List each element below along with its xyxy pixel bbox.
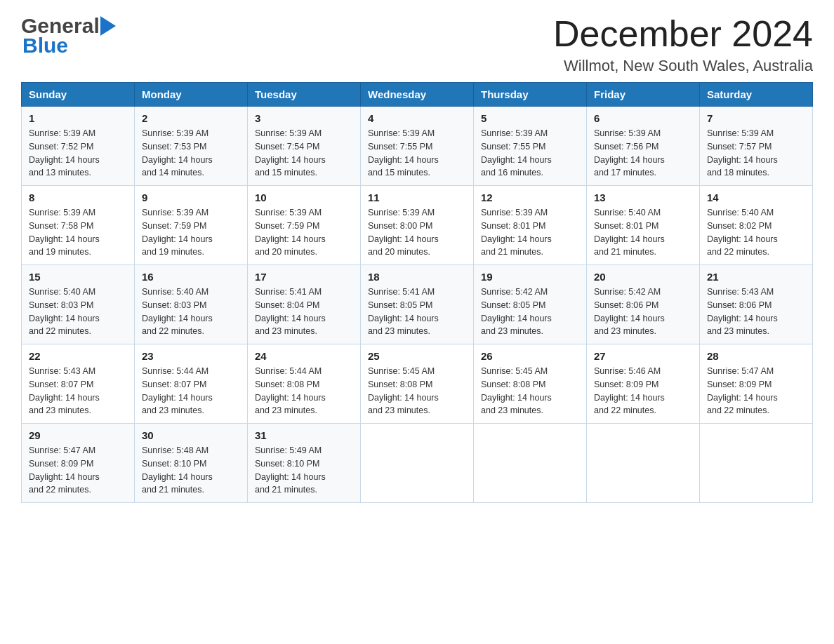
logo-blue: Blue bbox=[21, 34, 68, 58]
col-header-monday: Monday bbox=[135, 83, 248, 107]
day-info: Sunrise: 5:48 AMSunset: 8:10 PMDaylight:… bbox=[142, 445, 213, 495]
calendar-cell: 26 Sunrise: 5:45 AMSunset: 8:08 PMDaylig… bbox=[474, 344, 587, 424]
day-info: Sunrise: 5:40 AMSunset: 8:03 PMDaylight:… bbox=[29, 287, 100, 336]
calendar-cell: 11 Sunrise: 5:39 AMSunset: 8:00 PMDaylig… bbox=[361, 186, 474, 265]
day-info: Sunrise: 5:41 AMSunset: 8:04 PMDaylight:… bbox=[255, 287, 326, 336]
day-number: 6 bbox=[594, 112, 692, 124]
day-info: Sunrise: 5:43 AMSunset: 8:06 PMDaylight:… bbox=[707, 287, 778, 336]
day-info: Sunrise: 5:39 AMSunset: 7:59 PMDaylight:… bbox=[255, 208, 326, 257]
day-number: 18 bbox=[368, 271, 466, 283]
week-row-1: 1 Sunrise: 5:39 AMSunset: 7:52 PMDayligh… bbox=[22, 107, 813, 186]
calendar-cell: 31 Sunrise: 5:49 AMSunset: 8:10 PMDaylig… bbox=[248, 424, 361, 503]
col-header-wednesday: Wednesday bbox=[361, 83, 474, 107]
calendar-cell: 8 Sunrise: 5:39 AMSunset: 7:58 PMDayligh… bbox=[22, 186, 135, 265]
day-number: 2 bbox=[142, 112, 240, 124]
svg-marker-0 bbox=[100, 16, 116, 36]
calendar-cell: 27 Sunrise: 5:46 AMSunset: 8:09 PMDaylig… bbox=[587, 344, 700, 424]
day-info: Sunrise: 5:43 AMSunset: 8:07 PMDaylight:… bbox=[29, 366, 100, 415]
page-title: December 2024 bbox=[553, 14, 813, 54]
day-info: Sunrise: 5:39 AMSunset: 8:00 PMDaylight:… bbox=[368, 208, 439, 257]
calendar-cell bbox=[587, 424, 700, 503]
day-number: 20 bbox=[594, 271, 692, 283]
calendar-cell: 9 Sunrise: 5:39 AMSunset: 7:59 PMDayligh… bbox=[135, 186, 248, 265]
day-number: 25 bbox=[368, 350, 466, 362]
day-info: Sunrise: 5:39 AMSunset: 7:55 PMDaylight:… bbox=[481, 128, 552, 177]
day-info: Sunrise: 5:39 AMSunset: 7:54 PMDaylight:… bbox=[255, 128, 326, 177]
day-info: Sunrise: 5:39 AMSunset: 7:56 PMDaylight:… bbox=[594, 128, 665, 177]
day-info: Sunrise: 5:42 AMSunset: 8:06 PMDaylight:… bbox=[594, 287, 665, 336]
day-number: 16 bbox=[142, 271, 240, 283]
day-number: 23 bbox=[142, 350, 240, 362]
page-subtitle: Willmot, New South Wales, Australia bbox=[553, 57, 813, 75]
day-info: Sunrise: 5:42 AMSunset: 8:05 PMDaylight:… bbox=[481, 287, 552, 336]
day-number: 15 bbox=[29, 271, 127, 283]
day-info: Sunrise: 5:39 AMSunset: 7:59 PMDaylight:… bbox=[142, 208, 213, 257]
week-row-4: 22 Sunrise: 5:43 AMSunset: 8:07 PMDaylig… bbox=[22, 344, 813, 424]
day-number: 22 bbox=[29, 350, 127, 362]
day-number: 19 bbox=[481, 271, 579, 283]
logo-triangle-icon bbox=[100, 16, 116, 36]
day-info: Sunrise: 5:39 AMSunset: 7:52 PMDaylight:… bbox=[29, 128, 100, 177]
calendar-cell: 30 Sunrise: 5:48 AMSunset: 8:10 PMDaylig… bbox=[135, 424, 248, 503]
col-header-thursday: Thursday bbox=[474, 83, 587, 107]
day-number: 27 bbox=[594, 350, 692, 362]
day-number: 13 bbox=[594, 192, 692, 203]
day-number: 21 bbox=[707, 271, 805, 283]
calendar-cell: 24 Sunrise: 5:44 AMSunset: 8:08 PMDaylig… bbox=[248, 344, 361, 424]
calendar-cell: 23 Sunrise: 5:44 AMSunset: 8:07 PMDaylig… bbox=[135, 344, 248, 424]
day-info: Sunrise: 5:45 AMSunset: 8:08 PMDaylight:… bbox=[368, 366, 439, 415]
calendar-cell: 15 Sunrise: 5:40 AMSunset: 8:03 PMDaylig… bbox=[22, 265, 135, 344]
day-info: Sunrise: 5:39 AMSunset: 7:58 PMDaylight:… bbox=[29, 208, 100, 257]
day-info: Sunrise: 5:44 AMSunset: 8:07 PMDaylight:… bbox=[142, 366, 213, 415]
calendar-cell bbox=[700, 424, 813, 503]
week-row-3: 15 Sunrise: 5:40 AMSunset: 8:03 PMDaylig… bbox=[22, 265, 813, 344]
day-info: Sunrise: 5:47 AMSunset: 8:09 PMDaylight:… bbox=[707, 366, 778, 415]
day-info: Sunrise: 5:47 AMSunset: 8:09 PMDaylight:… bbox=[29, 445, 100, 495]
day-info: Sunrise: 5:40 AMSunset: 8:01 PMDaylight:… bbox=[594, 208, 665, 257]
day-info: Sunrise: 5:39 AMSunset: 7:57 PMDaylight:… bbox=[707, 128, 778, 177]
day-info: Sunrise: 5:46 AMSunset: 8:09 PMDaylight:… bbox=[594, 366, 665, 415]
calendar-cell bbox=[474, 424, 587, 503]
calendar-header-row: SundayMondayTuesdayWednesdayThursdayFrid… bbox=[22, 83, 813, 107]
day-info: Sunrise: 5:39 AMSunset: 7:55 PMDaylight:… bbox=[368, 128, 439, 177]
col-header-tuesday: Tuesday bbox=[248, 83, 361, 107]
day-number: 14 bbox=[707, 192, 805, 203]
day-number: 8 bbox=[29, 192, 127, 203]
day-number: 12 bbox=[481, 192, 579, 203]
calendar-cell: 25 Sunrise: 5:45 AMSunset: 8:08 PMDaylig… bbox=[361, 344, 474, 424]
day-info: Sunrise: 5:40 AMSunset: 8:02 PMDaylight:… bbox=[707, 208, 778, 257]
day-info: Sunrise: 5:49 AMSunset: 8:10 PMDaylight:… bbox=[255, 445, 326, 495]
day-number: 31 bbox=[255, 429, 353, 441]
calendar-cell: 18 Sunrise: 5:41 AMSunset: 8:05 PMDaylig… bbox=[361, 265, 474, 344]
day-info: Sunrise: 5:39 AMSunset: 7:53 PMDaylight:… bbox=[142, 128, 213, 177]
logo-area: General Blue bbox=[21, 14, 116, 58]
day-number: 10 bbox=[255, 192, 353, 203]
col-header-saturday: Saturday bbox=[700, 83, 813, 107]
calendar-cell: 2 Sunrise: 5:39 AMSunset: 7:53 PMDayligh… bbox=[135, 107, 248, 186]
day-info: Sunrise: 5:44 AMSunset: 8:08 PMDaylight:… bbox=[255, 366, 326, 415]
calendar-cell: 29 Sunrise: 5:47 AMSunset: 8:09 PMDaylig… bbox=[22, 424, 135, 503]
day-number: 28 bbox=[707, 350, 805, 362]
calendar-cell: 21 Sunrise: 5:43 AMSunset: 8:06 PMDaylig… bbox=[700, 265, 813, 344]
day-number: 3 bbox=[255, 112, 353, 124]
day-info: Sunrise: 5:41 AMSunset: 8:05 PMDaylight:… bbox=[368, 287, 439, 336]
day-number: 26 bbox=[481, 350, 579, 362]
calendar-cell: 1 Sunrise: 5:39 AMSunset: 7:52 PMDayligh… bbox=[22, 107, 135, 186]
week-row-5: 29 Sunrise: 5:47 AMSunset: 8:09 PMDaylig… bbox=[22, 424, 813, 503]
calendar-cell: 19 Sunrise: 5:42 AMSunset: 8:05 PMDaylig… bbox=[474, 265, 587, 344]
calendar-cell: 13 Sunrise: 5:40 AMSunset: 8:01 PMDaylig… bbox=[587, 186, 700, 265]
calendar-cell: 14 Sunrise: 5:40 AMSunset: 8:02 PMDaylig… bbox=[700, 186, 813, 265]
day-number: 29 bbox=[29, 429, 127, 441]
calendar-cell bbox=[361, 424, 474, 503]
week-row-2: 8 Sunrise: 5:39 AMSunset: 7:58 PMDayligh… bbox=[22, 186, 813, 265]
calendar-cell: 20 Sunrise: 5:42 AMSunset: 8:06 PMDaylig… bbox=[587, 265, 700, 344]
calendar-table: SundayMondayTuesdayWednesdayThursdayFrid… bbox=[21, 82, 813, 503]
day-number: 24 bbox=[255, 350, 353, 362]
day-number: 11 bbox=[368, 192, 466, 203]
calendar-cell: 16 Sunrise: 5:40 AMSunset: 8:03 PMDaylig… bbox=[135, 265, 248, 344]
calendar-cell: 4 Sunrise: 5:39 AMSunset: 7:55 PMDayligh… bbox=[361, 107, 474, 186]
page-header: General Blue December 2024 Willmot, New … bbox=[21, 14, 813, 75]
day-number: 30 bbox=[142, 429, 240, 441]
col-header-friday: Friday bbox=[587, 83, 700, 107]
calendar-cell: 6 Sunrise: 5:39 AMSunset: 7:56 PMDayligh… bbox=[587, 107, 700, 186]
